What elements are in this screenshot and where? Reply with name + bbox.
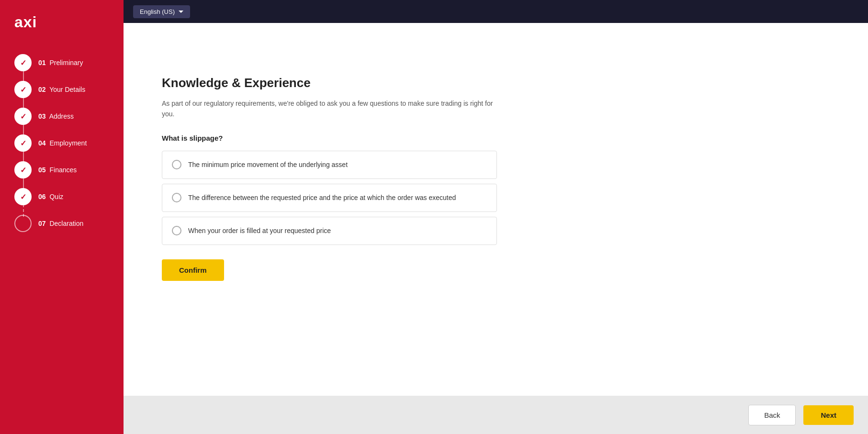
page-title: Knowledge & Experience xyxy=(162,76,497,90)
checkmark-icon-06: ✓ xyxy=(20,192,26,201)
sidebar-item-finances[interactable]: ✓ 05 Finances xyxy=(14,156,124,183)
answer-text-1: The minimum price movement of the underl… xyxy=(188,160,348,170)
main-content: Knowledge & Experience As part of our re… xyxy=(124,23,868,396)
sidebar-item-quiz[interactable]: ✓ 06 Quiz xyxy=(14,183,124,210)
radio-button-2[interactable] xyxy=(172,193,181,202)
step-circle-06: ✓ xyxy=(14,188,32,205)
chevron-down-icon xyxy=(179,11,183,13)
step-circle-02: ✓ xyxy=(14,81,32,98)
sidebar-item-label-07: 07 Declaration xyxy=(38,220,83,227)
step-circle-01: ✓ xyxy=(14,54,32,71)
sidebar-item-label-05: 05 Finances xyxy=(38,166,77,174)
sidebar-item-employment[interactable]: ✓ 04 Employment xyxy=(14,130,124,156)
top-bar: English (US) xyxy=(124,0,868,23)
step-circle-04: ✓ xyxy=(14,134,32,152)
sidebar-item-preliminary[interactable]: ✓ 01 Preliminary xyxy=(14,49,124,76)
sidebar-item-your-details[interactable]: ✓ 02 Your Details xyxy=(14,76,124,103)
language-label: English (US) xyxy=(140,8,175,15)
confirm-button[interactable]: Confirm xyxy=(162,259,224,281)
step-circle-07 xyxy=(14,215,32,232)
checkmark-icon: ✓ xyxy=(20,58,26,67)
next-button[interactable]: Next xyxy=(803,405,854,425)
answer-option-3[interactable]: When your order is filled at your reques… xyxy=(162,217,497,245)
sidebar-item-address[interactable]: ✓ 03 Address xyxy=(14,103,124,130)
page-description: As part of our regulatory requirements, … xyxy=(162,98,497,120)
question-label: What is slippage? xyxy=(162,134,497,142)
radio-button-1[interactable] xyxy=(172,160,181,169)
main-inner: Knowledge & Experience As part of our re… xyxy=(162,76,497,281)
sidebar-item-label-02: 02 Your Details xyxy=(38,86,85,93)
step-circle-03: ✓ xyxy=(14,108,32,125)
answer-option-2[interactable]: The difference between the requested pri… xyxy=(162,184,497,212)
logo: axi xyxy=(0,0,124,45)
checkmark-icon-03: ✓ xyxy=(20,112,26,121)
answer-text-3: When your order is filled at your reques… xyxy=(188,226,331,236)
checkmark-icon-05: ✓ xyxy=(20,166,26,175)
steps-list: ✓ 01 Preliminary ✓ 02 Your Details ✓ xyxy=(0,45,124,237)
logo-text: axi xyxy=(14,13,37,31)
language-dropdown[interactable]: English (US) xyxy=(133,5,190,18)
answer-option-1[interactable]: The minimum price movement of the underl… xyxy=(162,151,497,179)
sidebar-item-declaration[interactable]: 07 Declaration xyxy=(14,210,124,237)
back-button[interactable]: Back xyxy=(748,405,796,425)
sidebar: axi ✓ 01 Preliminary ✓ 02 Your Details xyxy=(0,0,124,434)
step-circle-05: ✓ xyxy=(14,161,32,178)
checkmark-icon-04: ✓ xyxy=(20,139,26,148)
sidebar-item-label-01: 01 Preliminary xyxy=(38,59,83,67)
answer-text-2: The difference between the requested pri… xyxy=(188,193,456,203)
sidebar-item-label-06: 06 Quiz xyxy=(38,193,63,200)
sidebar-item-label-04: 04 Employment xyxy=(38,139,87,147)
footer-bar: Back Next xyxy=(124,396,868,434)
radio-button-3[interactable] xyxy=(172,226,181,235)
content-area: English (US) Knowledge & Experience As p… xyxy=(124,0,868,434)
checkmark-icon-02: ✓ xyxy=(20,85,26,94)
sidebar-item-label-03: 03 Address xyxy=(38,112,74,120)
